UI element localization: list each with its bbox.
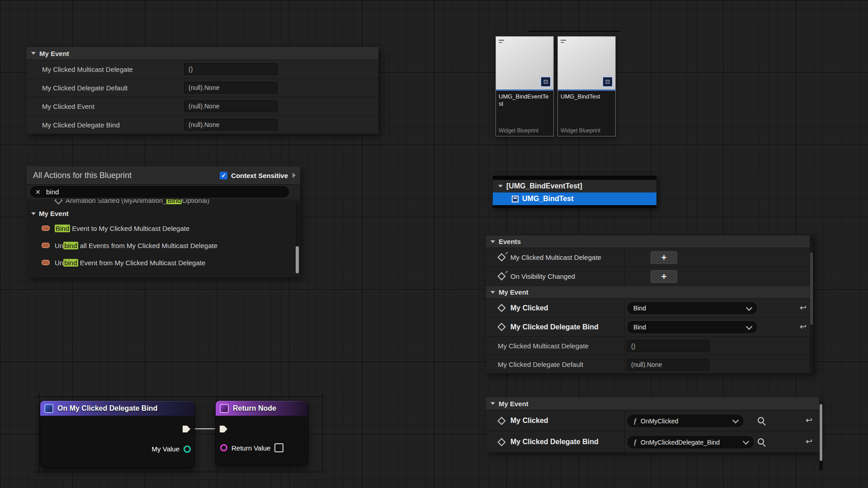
multicast-delegate-icon (498, 273, 505, 280)
chevron-down-icon (732, 417, 739, 423)
collapse-arrow-icon[interactable] (498, 185, 503, 188)
actions-title: All Actions for this Blueprint (33, 171, 132, 180)
property-value-text: (null).None (189, 121, 219, 128)
section-header-my-event[interactable]: My Event (27, 47, 378, 60)
collapse-arrow-icon[interactable] (31, 212, 36, 215)
collapse-arrow-icon[interactable] (491, 240, 495, 243)
property-value-text: () (631, 343, 635, 350)
property-value-field[interactable]: () (184, 63, 278, 75)
event-dispatcher-icon (498, 438, 505, 446)
fragment-edge-line (39, 393, 39, 473)
widget-blueprint-icon (512, 196, 519, 202)
event-dispatcher-icon (498, 324, 505, 331)
exec-input-pin[interactable] (220, 426, 227, 432)
output-pin-row: My Value (152, 445, 191, 453)
function-icon (633, 417, 637, 425)
thumbnail-content-mark (561, 40, 566, 41)
actions-scrollbar[interactable] (296, 203, 299, 274)
section-header-my-event[interactable]: My Event (486, 286, 813, 299)
event-row: My Clicked Multicast Delegate + (486, 248, 813, 267)
bind-dropdown[interactable]: Bind (627, 320, 758, 334)
function-dropdown[interactable]: OnMyClickedDelegate_Bind (627, 435, 755, 449)
delegate-label: My Clicked Delegate Bind (510, 438, 599, 446)
delegate-icon (42, 260, 50, 265)
fragment-edge-bar (493, 176, 656, 180)
delegate-icon (42, 225, 50, 231)
collapse-arrow-icon[interactable] (491, 291, 495, 294)
hierarchy-selected-row[interactable]: UMG_BindTest (493, 192, 656, 205)
hierarchy-selected-label: UMG_BindTest (522, 195, 573, 203)
scrollbar-thumb[interactable] (296, 246, 299, 273)
collapse-arrow-icon[interactable] (31, 52, 36, 55)
function-name: OnMyClickedDelegate_Bind (641, 439, 720, 446)
add-event-button[interactable]: + (651, 251, 677, 264)
property-value-field[interactable]: (null).None (184, 119, 278, 131)
bound-function-row: My Clicked OnMyClicked (486, 410, 819, 432)
delegate-label: My Clicked (510, 304, 548, 312)
collapse-arrow-icon[interactable] (491, 402, 495, 405)
search-input[interactable] (30, 186, 289, 197)
section-header-my-event[interactable]: My Event (486, 397, 819, 410)
property-label: My Clicked Delegate Bind (42, 121, 120, 129)
exec-output-pin[interactable] (183, 426, 190, 432)
node-return-node[interactable]: Return Node Return Value (215, 400, 308, 465)
node-header[interactable]: On My Clicked Delegate Bind (40, 401, 194, 416)
action-item[interactable]: Unbind Event from My Clicked Multicast D… (27, 254, 300, 271)
property-value-field[interactable]: () (627, 340, 709, 352)
hierarchy-root-row[interactable]: [UMG_BindEventTest] (493, 180, 656, 192)
function-name: OnMyClicked (641, 418, 678, 425)
fragment-edge-line (34, 472, 323, 472)
section-header-events[interactable]: Events (486, 235, 813, 248)
return-node-icon (220, 404, 229, 413)
property-label: My Clicked Event (42, 103, 94, 110)
add-event-button[interactable]: + (651, 270, 677, 283)
asset-label-area: UMG_BindEventTest Widget Blueprint (496, 91, 553, 136)
node-header[interactable]: Return Node (216, 401, 308, 416)
chevron-down-icon (746, 323, 752, 329)
actions-category-my-event[interactable]: My Event (27, 207, 300, 220)
node-on-my-clicked-delegate-bind[interactable]: On My Clicked Delegate Bind My Value (40, 400, 195, 468)
clear-search-icon[interactable] (35, 189, 41, 195)
function-dropdown[interactable]: OnMyClicked (627, 414, 744, 428)
scrollbar-thumb[interactable] (820, 404, 822, 461)
context-sensitive-label: Context Sensitive (231, 172, 288, 179)
panel-scrollbar[interactable] (819, 403, 823, 470)
return-value-input-pin[interactable] (220, 444, 227, 451)
asset-tile[interactable]: ⊡ UMG_BindEventTest Widget Blueprint (495, 36, 554, 136)
reset-to-default-icon[interactable] (806, 437, 812, 446)
reset-to-default-icon[interactable] (800, 323, 807, 331)
browse-to-function-icon[interactable] (757, 417, 765, 425)
pin-label: My Value (152, 445, 179, 453)
delegate-label: My Clicked Delegate Bind (510, 323, 599, 331)
bool-default-checkbox[interactable] (274, 443, 283, 452)
actions-search-bar (27, 185, 300, 199)
property-row: My Clicked Delegate Bind (null).None (27, 116, 378, 134)
reset-to-default-icon[interactable] (806, 416, 812, 424)
details-scrollbar[interactable] (810, 235, 813, 373)
property-value-field[interactable]: (null).None (627, 359, 709, 371)
bind-dropdown[interactable]: Bind (627, 301, 758, 315)
property-value-field[interactable]: (null).None (184, 100, 278, 112)
asset-thumbnail: ⊡ (558, 37, 615, 89)
reset-to-default-icon[interactable] (800, 304, 807, 312)
input-pin-row: Return Value (220, 443, 283, 452)
action-item-clipped[interactable]: Animation Started (MyAnimation_BindOptio… (27, 199, 300, 207)
property-row: My Clicked Multicast Delegate () (486, 337, 813, 355)
bound-functions-panel: My Event My Clicked OnMyClicked My Click… (486, 397, 819, 452)
dropdown-value: Bind (633, 324, 646, 331)
property-value-field[interactable]: (null).None (184, 82, 278, 94)
property-value-text: (null).None (189, 84, 219, 91)
hierarchy-panel: [UMG_BindEventTest] UMG_BindTest (493, 176, 656, 208)
delegate-label: My Clicked (510, 417, 548, 425)
scrollbar-thumb[interactable] (810, 253, 813, 325)
event-label: My Clicked Multicast Delegate (510, 253, 601, 261)
submenu-arrow-icon[interactable] (292, 173, 296, 178)
value-output-pin[interactable] (184, 446, 191, 453)
browse-to-function-icon[interactable] (757, 438, 765, 446)
section-title: My Event (499, 288, 528, 296)
action-item[interactable]: Bind Event to My Clicked Multicast Deleg… (27, 220, 300, 237)
context-sensitive-checkbox[interactable] (220, 172, 227, 179)
action-item[interactable]: Unbind all Events from My Clicked Multic… (27, 237, 300, 254)
event-node-icon (54, 199, 62, 205)
asset-tile[interactable]: ⊡ UMG_BindTest Widget Blueprint (557, 36, 616, 136)
